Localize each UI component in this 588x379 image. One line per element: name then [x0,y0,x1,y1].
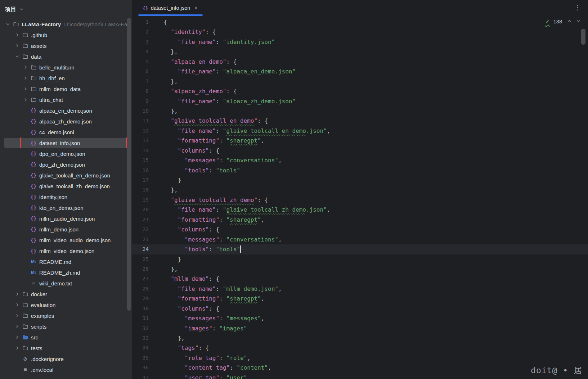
project-tree-scrollbar[interactable] [127,18,131,311]
tree-item[interactable]: docker [0,289,132,299]
tree-item[interactable]: src [0,332,132,343]
code-line[interactable]: 15 "messages": "conversations", [132,155,588,165]
inspections-widget[interactable]: ✓ 138 [545,18,581,25]
tree-item[interactable]: ⊘.dockerignore [0,353,132,364]
code-line[interactable]: 33 }, [132,333,588,343]
kebab-menu-icon[interactable]: ⋮ [574,3,581,12]
tree-item-label: mllm_video_audio_demo.json [39,237,111,243]
tree-item[interactable]: {}mllm_demo.json [0,224,132,235]
code-editor[interactable]: ✓ 138 1{2 "identity": {3 "file_name": "i… [132,16,588,379]
tree-item[interactable]: ≡wiki_demo.txt [0,278,132,289]
code-line[interactable]: 9 "file_name": "alpaca_zh_demo.json" [132,96,588,106]
close-icon[interactable]: ✕ [194,5,198,10]
tree-item[interactable]: M↓README.md [0,256,132,267]
code-line[interactable]: 24 "tools": "tools" [132,244,588,254]
code-line[interactable]: 5 "alpaca_en_demo": { [132,57,588,67]
code-line[interactable]: 27 "mllm_demo": { [132,274,588,284]
tree-item[interactable]: ≡.env.local [0,364,132,375]
code-line[interactable]: 1{ [132,17,588,27]
code-line[interactable]: 14 "columns": { [132,146,588,155]
code-line[interactable]: 8 "alpaca_zh_demo": { [132,86,588,96]
tree-item-label: wiki_demo.txt [39,280,72,286]
code-line[interactable]: 10 }, [132,106,588,116]
chevron-right-icon[interactable] [21,98,30,102]
code-line[interactable]: 29 "formatting": "sharegpt", [132,294,588,303]
code-line[interactable]: 34 "tags": { [132,343,588,353]
code-line[interactable]: 19 "glaive_toolcall_zh_demo": { [132,195,588,205]
tree-item[interactable]: {}c4_demo.jsonl [0,127,132,137]
tree-item[interactable]: evaluation [0,299,132,310]
code-line[interactable]: 12 "file_name": "glaive_toolcall_en_demo… [132,126,588,136]
tree-item[interactable]: data [0,51,132,62]
code-line[interactable]: 32 "images": "images" [132,324,588,333]
code-line[interactable]: 11 "glaive_toolcall_en_demo": { [132,116,588,126]
code-line[interactable]: 6 "file_name": "alpaca_en_demo.json" [132,67,588,76]
tree-item[interactable]: scripts [0,321,132,332]
chevron-right-icon[interactable] [13,346,22,350]
chevron-right-icon[interactable] [13,335,22,339]
tree-item[interactable]: LLaMA-FactoryD:\code\python\LLaMA-Fac [0,19,132,30]
code-line[interactable]: 17 } [132,175,588,185]
code-line[interactable]: 23 "messages": "conversations", [132,235,588,244]
tree-item[interactable]: {}identity.json [0,191,132,202]
code-line[interactable]: 30 "columns": { [132,304,588,313]
chevron-right-icon[interactable] [13,324,22,329]
tree-item[interactable]: {}mllm_video_audio_demo.json [0,235,132,245]
tree-item[interactable]: ultra_chat [0,94,132,105]
chevron-down-icon[interactable] [576,18,581,25]
tree-item[interactable]: {}dpo_zh_demo.json [0,159,132,170]
tree-item[interactable]: ≡ [0,375,132,379]
chevron-down-icon[interactable] [19,7,24,12]
tree-item[interactable]: {}alpaca_en_demo.json [0,105,132,116]
code-line[interactable]: 20 "file_name": "glaive_toolcall_zh_demo… [132,205,588,215]
chevron-right-icon[interactable] [21,65,30,69]
code-line[interactable]: 4 }, [132,47,588,57]
tree-item[interactable]: examples [0,310,132,321]
code-line[interactable]: 28 "file_name": "mllm_demo.json", [132,284,588,294]
tree-item[interactable]: hh_rlhf_en [0,73,132,84]
chevron-right-icon[interactable] [13,313,22,318]
chevron-right-icon[interactable] [21,87,30,91]
code-line[interactable]: 3 "file_name": "identity.json" [132,37,588,47]
chevron-down-icon[interactable] [13,54,22,59]
tree-item[interactable]: {}kto_en_demo.json [0,202,132,213]
code-line[interactable]: 13 "formatting": "sharegpt", [132,136,588,145]
tab-dataset-info-json[interactable]: {} dataset_info.json ✕ [138,0,203,16]
code-line[interactable]: 2 "identity": { [132,27,588,37]
tree-item[interactable]: {}mllm_audio_demo.json [0,213,132,224]
editor-scrollbar[interactable] [581,29,585,45]
code-line[interactable]: 21 "formatting": "sharegpt", [132,215,588,225]
tree-item[interactable]: mllm_demo_data [0,84,132,94]
tree-item[interactable]: {}mllm_video_demo.json [0,245,132,256]
chevron-right-icon[interactable] [13,44,22,48]
tree-item[interactable]: assets [0,40,132,51]
code-line[interactable]: 31 "messages": "messages", [132,313,588,323]
code-line[interactable]: 18 }, [132,185,588,195]
line-number: 26 [132,264,149,274]
tree-item[interactable]: tests [0,343,132,353]
chevron-down-icon[interactable] [4,22,12,26]
code-line[interactable]: 25 } [132,254,588,264]
code-line[interactable]: 7 }, [132,77,588,86]
project-panel-header[interactable]: 项目 [0,0,132,14]
code-line[interactable]: 26 }, [132,264,588,274]
tree-item[interactable]: {}alpaca_zh_demo.json [0,116,132,127]
tree-item[interactable]: {}glaive_toolcall_en_demo.json [0,170,132,181]
code-line[interactable]: 16 "tools": "tools" [132,166,588,175]
tree-item[interactable]: M↓README_zh.md [0,267,132,278]
chevron-up-icon[interactable] [567,18,572,25]
code-line[interactable]: 36 "content_tag": "content", [132,363,588,373]
tree-item[interactable]: {}dataset_info.json [0,137,132,148]
tree-item[interactable]: belle_multiturn [0,62,132,73]
tree-item[interactable]: {}glaive_toolcall_zh_demo.json [0,181,132,191]
chevron-right-icon[interactable] [13,33,22,37]
tree-item[interactable]: .github [0,30,132,40]
chevron-right-icon[interactable] [13,303,22,307]
code-line[interactable]: 22 "columns": { [132,225,588,234]
code-line[interactable]: 37 "user_tag": "user", [132,373,588,379]
code-line[interactable]: 35 "role_tag": "role", [132,353,588,363]
chevron-right-icon[interactable] [21,76,30,80]
chevron-right-icon[interactable] [13,292,22,296]
tree-item[interactable]: {}dpo_en_demo.json [0,148,132,159]
code-content[interactable]: 1{2 "identity": {3 "file_name": "identit… [132,16,588,379]
